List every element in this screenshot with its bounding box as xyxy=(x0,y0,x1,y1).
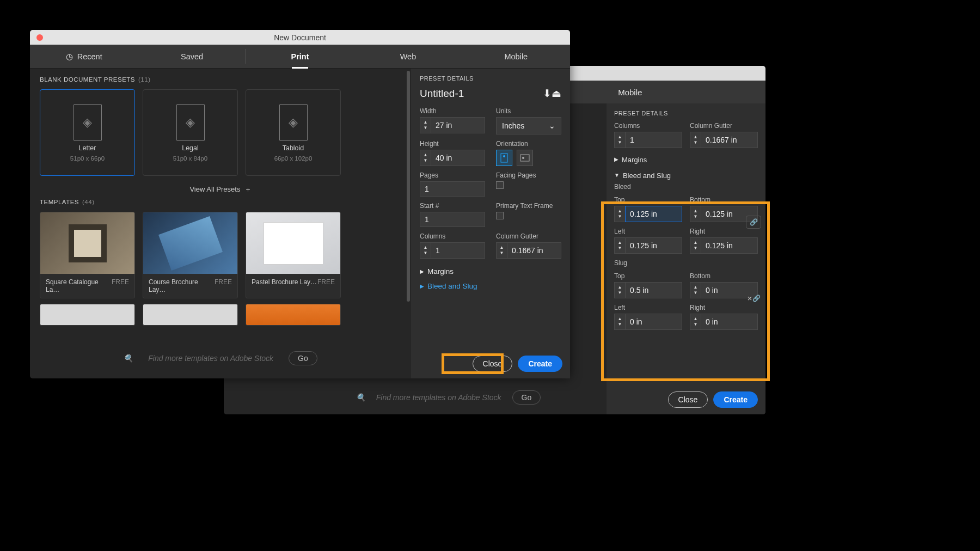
template-item[interactable]: Pastel Brochure Lay…FREE xyxy=(246,212,341,298)
chevron-right-icon: ▶ xyxy=(420,268,424,274)
search-icon: 🔍 xyxy=(124,354,133,363)
chevron-down-icon: ▼ xyxy=(614,172,620,178)
margins-collapser[interactable]: ▶ Margins xyxy=(420,264,561,279)
height-stepper[interactable]: ▲▼ 40 in xyxy=(420,150,485,166)
columns-stepper-back[interactable]: ▲▼ 1 xyxy=(614,132,682,148)
chevron-up-down-icon[interactable]: ▲▼ xyxy=(614,132,625,148)
stock-search-back: 🔍 Find more templates on Adobe Stock Go xyxy=(300,390,597,405)
units-select[interactable]: Inches ⌄ xyxy=(496,117,561,134)
primary-text-frame-label: Primary Text Frame xyxy=(496,202,561,210)
preset-details-header: PRESET DETAILS xyxy=(420,75,561,82)
scrollbar[interactable] xyxy=(407,70,410,377)
height-value[interactable]: 40 in xyxy=(431,150,485,166)
dialog-buttons-back: Close Create xyxy=(607,385,765,414)
start-number-label: Start # xyxy=(420,202,485,210)
chevron-up-down-icon[interactable]: ▲▼ xyxy=(420,150,431,166)
facing-pages-checkbox[interactable] xyxy=(496,181,504,189)
height-label: Height xyxy=(420,140,485,148)
orientation-landscape[interactable] xyxy=(517,150,533,166)
window-title: New Document xyxy=(30,33,570,42)
gutter-stepper-back[interactable]: ▲▼ 0.1667 in xyxy=(690,132,758,148)
front-titlebar: New Document xyxy=(30,30,570,45)
stock-search-placeholder[interactable]: Find more templates on Adobe Stock xyxy=(376,393,501,402)
page-icon: ◈ xyxy=(83,115,92,130)
orientation-label: Orientation xyxy=(496,140,561,148)
save-preset-icon[interactable]: ⬇︎⏏︎ xyxy=(543,87,561,100)
width-stepper[interactable]: ▲▼ 27 in xyxy=(420,117,485,133)
pages-input[interactable]: 1 xyxy=(420,181,485,197)
template-item[interactable] xyxy=(246,304,341,326)
preset-details-panel: PRESET DETAILS Untitled-1 ⬇︎⏏︎ Width ▲▼ … xyxy=(411,69,570,378)
gutter-label-back: Column Gutter xyxy=(690,122,758,130)
category-tabs: ◷ Recent Saved Print Web Mobile xyxy=(30,45,570,69)
svg-rect-0 xyxy=(501,154,507,162)
bleed-slug-collapser-back[interactable]: ▼ Bleed and Slug xyxy=(614,172,758,180)
facing-pages-label: Facing Pages xyxy=(496,172,561,179)
presets-section-label: BLANK DOCUMENT PRESETS(11) xyxy=(40,76,401,83)
tab-saved[interactable]: Saved xyxy=(138,45,246,68)
primary-text-frame-checkbox[interactable] xyxy=(496,212,504,219)
chevron-up-down-icon[interactable]: ▲▼ xyxy=(690,132,701,148)
columns-value-back[interactable]: 1 xyxy=(625,132,682,148)
page-icon: ◈ xyxy=(186,115,195,130)
search-icon: 🔍 xyxy=(356,393,365,402)
create-button[interactable]: Create xyxy=(518,356,562,372)
preset-tabloid[interactable]: ◈ Tabloid 66p0 x 102p0 xyxy=(246,89,341,176)
columns-stepper[interactable]: ▲▼ 1 xyxy=(420,242,485,259)
template-item[interactable]: Course Brochure Lay…FREE xyxy=(143,212,238,298)
plus-icon: ＋ xyxy=(244,185,252,193)
clock-icon: ◷ xyxy=(66,52,73,61)
template-item[interactable] xyxy=(143,304,238,326)
presets-pane: BLANK DOCUMENT PRESETS(11) ◈ Letter 51p0… xyxy=(30,69,411,378)
tab-print[interactable]: Print xyxy=(246,45,354,68)
margins-collapser-back[interactable]: ▶ Margins xyxy=(614,156,758,164)
bleed-label: Bleed xyxy=(614,183,758,191)
preset-details-header-back: PRESET DETAILS xyxy=(614,110,758,117)
tab-web[interactable]: Web xyxy=(354,45,462,68)
highlight-bleed-slug-panel xyxy=(601,201,770,381)
preset-legal[interactable]: ◈ Legal 51p0 x 84p0 xyxy=(143,89,238,176)
tab-recent[interactable]: ◷ Recent xyxy=(30,45,138,68)
gutter-value[interactable]: 0.1667 in xyxy=(507,242,561,259)
tab-mobile[interactable]: Mobile xyxy=(462,45,570,68)
gutter-label: Column Gutter xyxy=(496,232,561,240)
chevron-up-down-icon[interactable]: ▲▼ xyxy=(420,117,431,133)
close-button-back[interactable]: Close xyxy=(668,391,708,408)
template-item[interactable] xyxy=(40,304,135,326)
page-icon: ◈ xyxy=(289,115,298,130)
go-button-back[interactable]: Go xyxy=(512,390,541,405)
chevron-down-icon: ⌄ xyxy=(549,121,555,130)
columns-label: Columns xyxy=(420,232,485,240)
new-document-dialog-front: New Document ◷ Recent Saved Print Web Mo… xyxy=(30,30,570,378)
width-value[interactable]: 27 in xyxy=(431,117,485,133)
document-name[interactable]: Untitled-1 xyxy=(420,88,464,100)
gutter-value-back[interactable]: 0.1667 in xyxy=(701,132,758,148)
orientation-portrait[interactable] xyxy=(496,150,512,166)
templates-section-label: TEMPLATES(44) xyxy=(40,199,401,205)
chevron-up-down-icon[interactable]: ▲▼ xyxy=(420,242,431,259)
columns-value[interactable]: 1 xyxy=(431,242,485,259)
preset-letter[interactable]: ◈ Letter 51p0 x 66p0 xyxy=(40,89,135,176)
gutter-stepper[interactable]: ▲▼ 0.1667 in xyxy=(496,242,561,259)
units-label: Units xyxy=(496,107,561,115)
go-button-front[interactable]: Go xyxy=(289,351,317,365)
create-button-back[interactable]: Create xyxy=(713,391,758,408)
template-item[interactable]: Square Catalogue La…FREE xyxy=(40,212,135,298)
view-all-presets[interactable]: View All Presets ＋ xyxy=(40,185,401,194)
svg-rect-2 xyxy=(520,155,529,161)
pages-label: Pages xyxy=(420,172,485,179)
chevron-right-icon: ▶ xyxy=(614,156,618,162)
columns-label-back: Columns xyxy=(614,122,682,130)
stock-search-front: 🔍 Find more templates on Adobe Stock Go xyxy=(74,351,367,365)
highlight-bleed-slug-row xyxy=(442,353,504,374)
chevron-right-icon: ▶ xyxy=(420,283,424,289)
svg-point-1 xyxy=(503,155,505,157)
stock-search-placeholder[interactable]: Find more templates on Adobe Stock xyxy=(148,354,273,363)
bleed-slug-collapser[interactable]: ▶ Bleed and Slug xyxy=(420,279,561,293)
start-number-input[interactable]: 1 xyxy=(420,212,485,227)
svg-point-3 xyxy=(522,157,524,159)
chevron-up-down-icon[interactable]: ▲▼ xyxy=(496,242,507,259)
width-label: Width xyxy=(420,107,485,115)
